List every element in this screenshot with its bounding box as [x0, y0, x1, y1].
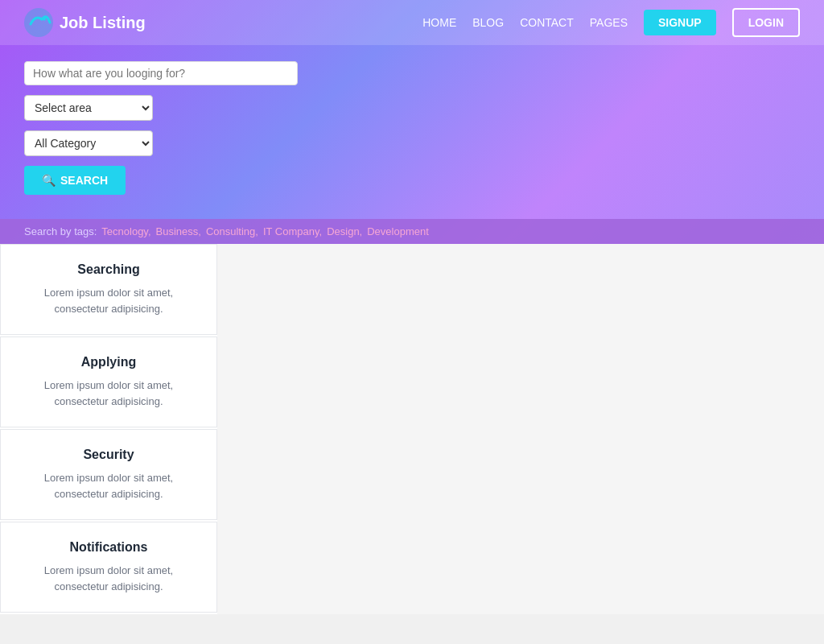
- nav-blog[interactable]: BLOG: [472, 16, 504, 29]
- area-select[interactable]: Select area: [24, 95, 153, 121]
- sidebar-card-notifications-body: Lorem ipsum dolor sit amet, consectetur …: [17, 563, 200, 594]
- sidebar-card-applying-title: Applying: [17, 355, 200, 369]
- tag-tecnology[interactable]: Tecnology,: [101, 225, 150, 237]
- logo-icon: [24, 8, 53, 37]
- right-content: [217, 244, 824, 614]
- signup-button[interactable]: SIGNUP: [644, 10, 716, 35]
- search-input[interactable]: [33, 67, 289, 80]
- sidebar-card-security-title: Security: [17, 448, 200, 462]
- tag-business[interactable]: Business,: [156, 225, 201, 237]
- category-select[interactable]: All Category: [24, 130, 153, 156]
- sidebar-card-applying: Applying Lorem ipsum dolor sit amet, con…: [0, 336, 217, 427]
- sidebar-card-searching-body: Lorem ipsum dolor sit amet, consectetur …: [17, 285, 200, 316]
- main-content: Searching Lorem ipsum dolor sit amet, co…: [0, 244, 824, 614]
- sidebar-card-security: Security Lorem ipsum dolor sit amet, con…: [0, 429, 217, 520]
- sidebar-card-searching: Searching Lorem ipsum dolor sit amet, co…: [0, 244, 217, 335]
- nav-contact[interactable]: CONTACT: [520, 16, 574, 29]
- sidebar: Searching Lorem ipsum dolor sit amet, co…: [0, 244, 217, 614]
- hero-content: Select area All Category 🔍 SEARCH: [0, 45, 824, 219]
- tag-consulting[interactable]: Consulting,: [206, 225, 258, 237]
- nav-home[interactable]: HOME: [422, 16, 456, 29]
- brand-name: Job Listing: [60, 14, 146, 32]
- search-icon: 🔍: [42, 174, 56, 187]
- brand: Job Listing: [24, 8, 146, 37]
- search-box: [24, 61, 298, 85]
- search-button[interactable]: 🔍 SEARCH: [24, 166, 126, 195]
- sidebar-card-applying-body: Lorem ipsum dolor sit amet, consectetur …: [17, 378, 200, 409]
- hero-section: Job Listing HOME BLOG CONTACT PAGES SIGN…: [0, 0, 824, 244]
- sidebar-card-security-body: Lorem ipsum dolor sit amet, consectetur …: [17, 470, 200, 502]
- navbar: Job Listing HOME BLOG CONTACT PAGES SIGN…: [0, 0, 824, 45]
- tags-label: Search by tags:: [24, 225, 97, 237]
- tags-bar: Search by tags: Tecnology, Business, Con…: [0, 219, 824, 244]
- sidebar-card-notifications: Notifications Lorem ipsum dolor sit amet…: [0, 522, 217, 613]
- tag-development[interactable]: Development: [367, 225, 429, 237]
- nav-links: HOME BLOG CONTACT PAGES SIGNUP LOGIN: [422, 8, 800, 37]
- login-button[interactable]: LOGIN: [732, 8, 800, 37]
- tag-design[interactable]: Design,: [327, 225, 362, 237]
- sidebar-card-notifications-title: Notifications: [17, 540, 200, 555]
- tag-itcompany[interactable]: IT Company,: [263, 225, 322, 237]
- sidebar-card-searching-title: Searching: [17, 262, 200, 277]
- nav-pages[interactable]: PAGES: [590, 16, 628, 29]
